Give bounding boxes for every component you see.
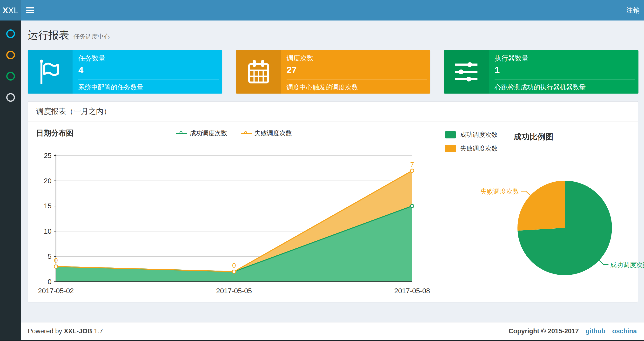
stat-card-executors: 执行器数量 1 心跳检测成功的执行器机器数量 [444,50,638,94]
stat-card-body: 任务数量 4 系统中配置的任务数量 [72,50,222,94]
stat-card-divider [494,80,635,80]
copyright-text: Copyright © 2015-2017 [508,327,579,335]
page: XXL 注销 运行报表 任务调度中心 [0,0,644,341]
content-area: 运行报表 任务调度中心 任务数量 [21,21,644,322]
circle-outline-icon [6,30,15,38]
pie-series-swatch-icon [445,131,456,138]
powered-prefix: Powered by [28,327,62,335]
flag-icon [28,50,72,94]
logo-bold: X [2,6,8,15]
github-link[interactable]: github [586,327,606,335]
legend-item-success[interactable]: 成功调度次数 [176,129,227,137]
svg-text:失败调度次数: 失败调度次数 [480,188,520,195]
stat-card-label: 执行器数量 [494,54,635,63]
svg-text:2017-05-05: 2017-05-05 [216,287,252,295]
circle-outline-icon [6,72,15,81]
app-logo[interactable]: XXL [0,0,21,21]
oschina-link[interactable]: oschina [612,327,637,335]
product-name: XXL-JOB [64,327,92,335]
page-subtitle: 任务调度中心 [74,33,110,40]
sidebar-toggle-button[interactable] [21,0,39,21]
stat-card-body: 调度次数 27 调度中心触发的调度次数 [281,50,430,94]
report-panel-header: 调度报表（一月之内） [28,102,638,122]
svg-text:0: 0 [54,257,58,264]
circle-outline-icon [6,93,15,102]
hamburger-icon [26,6,34,15]
powered-by-text: Powered by XXL-JOB 1.7 [28,327,103,335]
success-ratio-pie-chart: 成功调度次数失败调度次数 [470,150,644,299]
line-chart-legend: 成功调度次数 失败调度次数 [52,129,416,137]
page-header: 运行报表 任务调度中心 [28,28,110,42]
sliders-icon [444,50,489,94]
stat-card-value: 1 [494,65,635,76]
report-panel: 调度报表（一月之内） 日期分布图 成功调度次数 失败调度次数 051 [28,101,638,302]
sidebar-item-1[interactable] [0,25,21,42]
stat-card-label: 调度次数 [286,54,427,63]
sidebar-item-4[interactable] [0,89,21,106]
stat-cards-row: 任务数量 4 系统中配置的任务数量 [28,50,638,94]
stat-card-value: 27 [286,65,427,76]
legend-label: 失败调度次数 [254,129,292,137]
sidebar-item-3[interactable] [0,68,21,85]
logo-rest: XL [8,6,18,15]
right-column: 运行报表 任务调度中心 任务数量 [21,21,644,340]
main-wrap: 运行报表 任务调度中心 任务数量 [0,21,644,340]
line-series-marker-icon [176,131,187,136]
calendar-icon [236,50,281,94]
sidebar-item-2[interactable] [0,47,21,64]
page-title: 运行报表 [28,29,69,41]
stat-card-triggers: 调度次数 27 调度中心触发的调度次数 [236,50,430,94]
svg-text:2017-05-02: 2017-05-02 [38,287,74,295]
svg-text:15: 15 [44,202,52,210]
footer: Powered by XXL-JOB 1.7 Copyright © 2015-… [21,322,644,340]
svg-text:5: 5 [48,252,52,260]
report-panel-title: 调度报表（一月之内） [36,106,111,117]
navbar-spacer [39,0,622,21]
stat-card-value: 4 [78,65,219,76]
stat-card-description: 调度中心触发的调度次数 [286,83,427,92]
circle-outline-icon [6,51,15,59]
stat-card-divider [286,80,427,80]
svg-text:7: 7 [410,161,414,168]
logout-link[interactable]: 注销 [622,0,644,21]
stat-card-description: 系统中配置的任务数量 [78,83,219,92]
svg-text:25: 25 [44,152,52,159]
pie-chart-title: 成功比例图 [514,131,554,142]
svg-text:10: 10 [44,227,52,235]
stat-card-divider [78,80,219,80]
sidebar [0,21,21,340]
product-version: 1.7 [94,327,103,335]
svg-text:2017-05-08: 2017-05-08 [394,287,430,295]
stat-card-label: 任务数量 [78,54,219,63]
svg-text:0: 0 [48,278,52,285]
line-series-marker-icon [241,131,252,136]
svg-text:0: 0 [232,262,236,269]
navbar: XXL 注销 [0,0,644,21]
stat-card-body: 执行器数量 1 心跳检测成功的执行器机器数量 [489,50,638,94]
footer-right: Copyright © 2015-2017 github oschina [508,327,637,335]
legend-label: 成功调度次数 [460,130,498,139]
svg-text:20: 20 [44,177,52,185]
legend-item-fail[interactable]: 失败调度次数 [241,129,292,137]
stat-card-description: 心跳检测成功的执行器机器数量 [494,83,635,92]
stat-card-jobs: 任务数量 4 系统中配置的任务数量 [28,50,222,94]
legend-label: 成功调度次数 [190,129,227,137]
legend-item-success[interactable]: 成功调度次数 [445,130,498,139]
svg-text:成功调度次数: 成功调度次数 [610,261,644,268]
pie-series-swatch-icon [445,145,456,152]
date-distribution-area-chart: 05101520252017-05-022017-05-052017-05-08… [32,150,433,299]
bottom-edge-strip [0,340,644,341]
